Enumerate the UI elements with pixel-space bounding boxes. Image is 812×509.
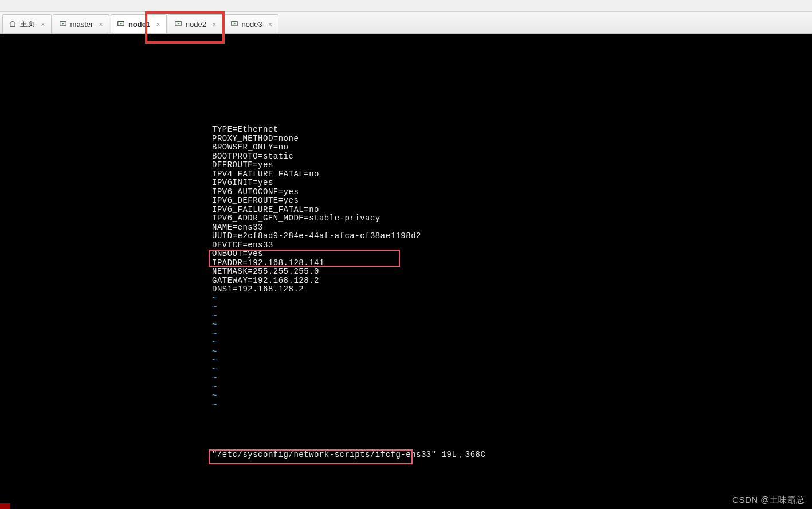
vim-tilde: ~ xyxy=(212,348,421,357)
terminal-line: IPADDR=192.168.128.141 xyxy=(212,259,421,268)
terminal-line: IPV4_FAILURE_FATAL=no xyxy=(212,170,421,179)
close-icon[interactable]: × xyxy=(212,20,217,29)
vim-tilde: ~ xyxy=(212,365,421,374)
terminal-line: IPV6_DEFROUTE=yes xyxy=(212,196,421,206)
vm-play-icon xyxy=(174,20,182,28)
terminal-line: NETMASK=255.255.255.0 xyxy=(212,267,421,277)
tab-node1[interactable]: node1 × xyxy=(111,14,167,33)
svg-marker-5 xyxy=(178,23,180,25)
terminal-content: TYPE=EthernetPROXY_METHOD=noneBROWSER_ON… xyxy=(212,125,421,409)
terminal-line: BROWSER_ONLY=no xyxy=(212,143,421,152)
close-icon[interactable]: × xyxy=(41,20,45,29)
terminal-line: IPV6_ADDR_GEN_MODE=stable-privacy xyxy=(212,214,421,223)
vim-tilde: ~ xyxy=(212,312,421,321)
vim-tilde: ~ xyxy=(212,330,421,339)
terminal-line: DEVICE=ens33 xyxy=(212,241,421,250)
status-file-info: 19L，368C xyxy=(437,450,486,459)
vim-tilde: ~ xyxy=(212,321,421,330)
tab-label: 主页 xyxy=(20,19,35,29)
close-icon[interactable]: × xyxy=(99,20,103,29)
vim-tilde: ~ xyxy=(212,383,421,392)
tab-home[interactable]: 主页 × xyxy=(2,14,52,33)
status-file-path: "/etc/sysconfig/network-scripts/ifcfg-en… xyxy=(212,450,437,459)
terminal-line: IPV6INIT=yes xyxy=(212,179,421,188)
tab-bar: 主页 × master × node1 × node2 × node3 × xyxy=(0,12,812,34)
home-icon xyxy=(9,20,17,28)
tab-node3[interactable]: node3 × xyxy=(224,14,279,33)
terminal-line: NAME=ens33 xyxy=(212,223,421,232)
vim-tilde: ~ xyxy=(212,338,421,348)
vim-tilde: ~ xyxy=(212,401,421,410)
terminal-line: ONBOOT=yes xyxy=(212,250,421,259)
tab-label: node1 xyxy=(128,20,150,29)
close-icon[interactable]: × xyxy=(156,20,160,29)
bottom-red-indicator xyxy=(0,503,10,509)
vm-play-icon xyxy=(59,20,67,28)
vm-play-icon xyxy=(230,20,238,28)
tab-master[interactable]: master × xyxy=(53,14,109,33)
terminal-line: IPV6_AUTOCONF=yes xyxy=(212,188,421,197)
tab-label: node3 xyxy=(242,20,262,29)
vim-tilde: ~ xyxy=(212,374,421,383)
terminal-line: DNS1=192.168.128.2 xyxy=(212,285,421,294)
close-icon[interactable]: × xyxy=(268,20,273,29)
terminal-line: BOOTPROTO=static xyxy=(212,152,421,161)
svg-marker-3 xyxy=(120,23,123,25)
watermark: CSDN @土味霸总 xyxy=(732,495,805,506)
terminal-line: TYPE=Ethernet xyxy=(212,125,421,135)
terminal-line: UUID=e2cf8ad9-284e-44af-afca-cf38ae1198d… xyxy=(212,232,421,241)
terminal-line: IPV6_FAILURE_FATAL=no xyxy=(212,206,421,215)
vim-tilde: ~ xyxy=(212,356,421,365)
svg-marker-1 xyxy=(62,23,64,25)
svg-marker-7 xyxy=(233,23,236,25)
tab-label: node2 xyxy=(186,20,206,29)
toolbar-spacer xyxy=(0,0,812,12)
vim-tilde: ~ xyxy=(212,303,421,312)
tab-node2[interactable]: node2 × xyxy=(168,14,223,33)
vim-tilde: ~ xyxy=(212,392,421,401)
vm-play-icon xyxy=(117,20,125,28)
vim-status-line: "/etc/sysconfig/network-scripts/ifcfg-en… xyxy=(212,449,485,460)
terminal-line: GATEWAY=192.168.128.2 xyxy=(212,277,421,286)
terminal-line: DEFROUTE=yes xyxy=(212,161,421,170)
terminal-area[interactable]: TYPE=EthernetPROXY_METHOD=noneBROWSER_ON… xyxy=(0,34,812,509)
vim-tilde: ~ xyxy=(212,294,421,303)
tab-label: master xyxy=(70,20,93,29)
terminal-line: PROXY_METHOD=none xyxy=(212,135,421,144)
